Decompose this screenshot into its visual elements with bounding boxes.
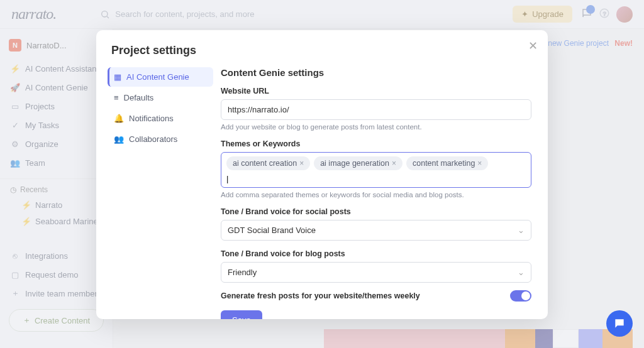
remove-tag-icon[interactable]: × — [392, 159, 396, 168]
modal-overlay: ✕ Project settings ▦AI Content Genie ≡De… — [0, 0, 644, 348]
chevron-down-icon: ⌄ — [518, 226, 525, 235]
weekly-toggle-label: Generate fresh posts for your website/th… — [221, 291, 420, 300]
tone-blog-select[interactable]: Friendly⌄ — [221, 262, 531, 283]
chat-fab[interactable] — [606, 310, 633, 337]
theme-tag[interactable]: ai content creation× — [226, 156, 310, 170]
people-icon: 👥 — [114, 134, 124, 144]
bell-icon: 🔔 — [114, 114, 124, 123]
remove-tag-icon[interactable]: × — [299, 159, 304, 168]
tone-social-select[interactable]: GDT Social Brand Voice⌄ — [221, 220, 531, 241]
remove-tag-icon[interactable]: × — [477, 159, 482, 168]
save-button[interactable]: Save — [221, 310, 262, 319]
project-settings-modal: ✕ Project settings ▦AI Content Genie ≡De… — [96, 30, 548, 319]
website-url-label: Website URL — [221, 87, 531, 95]
theme-tag[interactable]: ai image generation× — [314, 156, 402, 170]
themes-label: Themes or Keywords — [221, 139, 531, 148]
tone-social-label: Tone / Brand voice for social posts — [221, 207, 531, 216]
chevron-down-icon: ⌄ — [518, 268, 525, 277]
settings-content: Content Genie settings Website URL Add y… — [221, 67, 531, 319]
section-heading: Content Genie settings — [221, 67, 531, 78]
website-url-input[interactable] — [221, 99, 531, 120]
weekly-toggle[interactable] — [510, 290, 531, 302]
website-url-help: Add your website or blog to generate pos… — [221, 123, 531, 131]
grid-icon: ▦ — [114, 72, 121, 82]
settings-nav-notifications[interactable]: 🔔Notifications — [108, 109, 213, 128]
modal-title: Project settings — [108, 44, 531, 57]
theme-tag[interactable]: content marketing× — [406, 156, 488, 170]
themes-input[interactable] — [226, 174, 332, 183]
close-icon[interactable]: ✕ — [528, 39, 538, 53]
chat-icon — [613, 317, 626, 330]
settings-nav-defaults[interactable]: ≡Defaults — [108, 88, 213, 107]
settings-nav-genie[interactable]: ▦AI Content Genie — [108, 67, 213, 87]
settings-nav: ▦AI Content Genie ≡Defaults 🔔Notificatio… — [108, 67, 213, 319]
tone-blog-label: Tone / Brand voice for blog posts — [221, 249, 531, 258]
themes-help: Add comma separated themes or keywords f… — [221, 191, 531, 198]
settings-nav-collaborators[interactable]: 👥Collaborators — [108, 129, 213, 149]
themes-tagbox[interactable]: ai content creation× ai image generation… — [221, 152, 531, 188]
sliders-icon: ≡ — [114, 93, 119, 102]
